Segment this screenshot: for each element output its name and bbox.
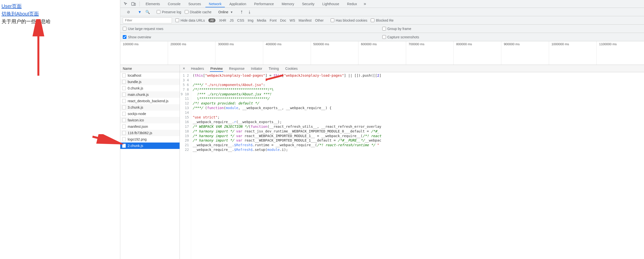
hide-data-urls-checkbox[interactable]: Hide data URLs <box>176 18 205 22</box>
file-icon <box>122 125 126 129</box>
page-info-text: 关于用户的一些信息哈 <box>2 18 118 25</box>
download-har-icon[interactable]: ⭳ <box>247 10 252 14</box>
file-icon <box>122 73 126 77</box>
request-row[interactable]: bundle.js <box>120 79 180 85</box>
tab-security[interactable]: Security <box>299 0 318 7</box>
network-filter-bar: Hide data URLs All XHR JS CSS Img Media … <box>120 16 644 24</box>
clear-icon[interactable]: ⊘ <box>126 10 130 14</box>
request-row[interactable]: sockjs-node <box>120 111 180 117</box>
request-row[interactable]: manifest.json <box>120 123 180 130</box>
detail-tab-cookies[interactable]: Cookies <box>285 65 298 72</box>
link-user-page[interactable]: User页面 <box>2 2 118 10</box>
chevron-down-icon: ▾ <box>231 10 232 14</box>
file-icon <box>122 112 126 116</box>
annotation-arrow-up <box>31 19 46 78</box>
capture-screenshots-checkbox[interactable]: Capture screenshots <box>382 35 419 39</box>
show-overview-label: Show overview <box>128 35 151 39</box>
request-name: localhost <box>128 73 141 77</box>
tab-sources[interactable]: Sources <box>185 0 204 7</box>
tab-lighthouse[interactable]: Lighthouse <box>319 0 343 7</box>
request-list: Name localhostbundle.js0.chunk.jsmain.ch… <box>120 65 180 259</box>
request-row[interactable]: react_devtools_backend.js <box>120 98 180 104</box>
close-detail-icon[interactable]: × <box>183 66 185 71</box>
filter-type-font[interactable]: Font <box>270 18 276 22</box>
preview-code[interactable]: 1 2 3 4 5 6 7 8 9 10 11 12 13 14 15 16 1… <box>180 72 644 259</box>
more-tabs-icon[interactable]: » <box>361 1 368 7</box>
tab-redux[interactable]: Redux <box>344 0 360 7</box>
request-list-header[interactable]: Name <box>120 65 180 72</box>
show-overview-checkbox[interactable]: Show overview <box>123 35 151 39</box>
tab-elements[interactable]: Elements <box>142 0 163 7</box>
group-by-frame-checkbox[interactable]: Group by frame <box>382 27 411 31</box>
request-row[interactable]: logo192.png <box>120 136 180 143</box>
devtools-tabstrip: Elements Console Sources Network Applica… <box>120 0 644 8</box>
file-icon <box>122 137 126 141</box>
timeline-tick: 600000 ms <box>358 41 406 65</box>
request-row[interactable]: 3.chunk.js <box>120 104 180 111</box>
has-blocked-cookies-checkbox[interactable]: Has blocked cookies <box>330 18 367 22</box>
timeline-tick: 800000 ms <box>454 41 501 65</box>
tab-performance[interactable]: Performance <box>251 0 277 7</box>
link-switch-about[interactable]: 切换到About页面 <box>2 10 118 18</box>
filter-type-xhr[interactable]: XHR <box>219 18 226 22</box>
request-row[interactable]: 118.fb73b062.js <box>120 130 180 136</box>
network-timeline[interactable]: 100000 ms 200000 ms 300000 ms 400000 ms … <box>120 41 644 65</box>
devtools-panel: Elements Console Sources Network Applica… <box>120 0 644 259</box>
search-icon[interactable]: 🔍 <box>146 10 150 14</box>
filter-type-js[interactable]: JS <box>230 18 234 22</box>
inspect-icon[interactable] <box>122 1 129 7</box>
group-by-frame-label: Group by frame <box>388 27 411 31</box>
file-icon <box>122 118 126 122</box>
detail-tab-preview[interactable]: Preview <box>210 65 223 72</box>
filter-type-all[interactable]: All <box>208 18 216 22</box>
filter-type-doc[interactable]: Doc <box>280 18 286 22</box>
request-row[interactable]: main.chunk.js <box>120 91 180 98</box>
use-large-rows-checkbox[interactable]: Use large request rows <box>123 27 163 31</box>
timeline-tick: 100000 ms <box>120 41 168 65</box>
blocked-requests-checkbox[interactable]: Blocked Re <box>371 18 394 22</box>
device-toggle-icon[interactable] <box>130 1 137 7</box>
filter-type-media[interactable]: Media <box>257 18 266 22</box>
use-large-rows-label: Use large request rows <box>128 27 163 31</box>
request-name: sockjs-node <box>128 112 146 116</box>
disable-cache-checkbox[interactable]: Disable cache <box>185 10 212 14</box>
filter-type-css[interactable]: CSS <box>237 18 244 22</box>
svg-rect-3 <box>134 3 136 5</box>
timeline-tick: 700000 ms <box>406 41 454 65</box>
throttle-value: Online <box>218 10 228 14</box>
filter-toggle-icon[interactable]: ▼ <box>138 10 142 14</box>
filter-type-ws[interactable]: WS <box>290 18 295 22</box>
detail-tab-headers[interactable]: Headers <box>190 65 204 72</box>
request-row[interactable]: 0.chunk.js <box>120 85 180 91</box>
upload-har-icon[interactable]: ⭱ <box>239 10 244 14</box>
has-blocked-cookies-label: Has blocked cookies <box>336 18 367 22</box>
file-icon <box>122 105 126 109</box>
tab-application[interactable]: Application <box>226 0 250 7</box>
detail-tab-initiator[interactable]: Initiator <box>250 65 263 72</box>
network-body: Name localhostbundle.js0.chunk.jsmain.ch… <box>120 65 644 259</box>
request-row[interactable]: localhost <box>120 72 180 79</box>
detail-tab-response[interactable]: Response <box>228 65 245 72</box>
file-icon <box>122 86 126 90</box>
network-options-row-2: Show overview Capture screenshots <box>120 33 644 41</box>
request-row[interactable]: favicon.ico <box>120 117 180 123</box>
timeline-tick: 1000000 ms <box>549 41 597 65</box>
preserve-log-label: Preserve log <box>162 10 181 14</box>
detail-tab-timing[interactable]: Timing <box>268 65 280 72</box>
tab-memory[interactable]: Memory <box>278 0 298 7</box>
throttle-select[interactable]: Online▾ <box>218 10 232 14</box>
source-content: (this["webpackJsonplazy-load-pages"] = t… <box>191 72 383 259</box>
filter-type-other[interactable]: Other <box>315 18 324 22</box>
file-icon <box>122 93 126 97</box>
filter-type-manifest[interactable]: Manifest <box>299 18 312 22</box>
request-name: 2.chunk.js <box>128 144 143 148</box>
request-row[interactable]: 2.chunk.js <box>120 143 180 149</box>
filter-input[interactable] <box>123 17 172 23</box>
filter-type-img[interactable]: Img <box>248 18 253 22</box>
tab-console[interactable]: Console <box>164 0 184 7</box>
preserve-log-checkbox[interactable]: Preserve log <box>157 10 181 14</box>
blocked-requests-label: Blocked Re <box>376 18 394 22</box>
request-name: manifest.json <box>128 125 148 129</box>
tab-network[interactable]: Network <box>206 0 225 7</box>
capture-screenshots-label: Capture screenshots <box>388 35 419 39</box>
